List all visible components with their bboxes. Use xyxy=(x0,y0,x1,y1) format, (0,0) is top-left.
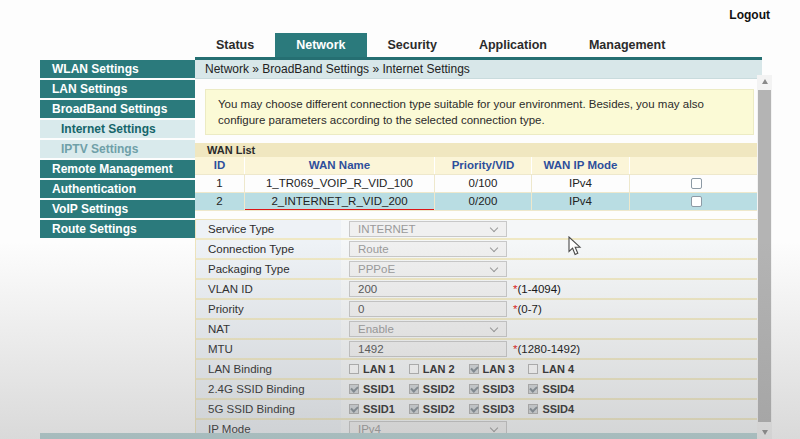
col-header-id: ID xyxy=(195,157,245,174)
wan-list-section: WAN List ID WAN Name Priority/VID WAN IP… xyxy=(195,143,762,211)
form-row-packaging-type: Packaging Type PPPoE xyxy=(196,260,761,280)
col-header-priority-vid: Priority/VID xyxy=(435,157,532,174)
field-label: MTU xyxy=(196,340,341,358)
scrollbar-thumb[interactable] xyxy=(758,90,771,422)
cell-id: 1 xyxy=(195,175,245,192)
form-row-5g-ssid-binding: 5G SSID Binding SSID1 SSID2 SSID3 SSID4 xyxy=(196,400,761,420)
form-row-lan-binding: LAN Binding LAN 1 LAN 2 LAN 3 LAN 4 xyxy=(196,360,761,380)
field-label: 5G SSID Binding xyxy=(196,400,341,418)
chevron-down-icon xyxy=(490,423,498,431)
ssid3-5g-checkbox[interactable]: SSID3 xyxy=(469,403,515,415)
sidebar-item-remote-management[interactable]: Remote Management xyxy=(40,160,195,178)
wan-settings-form: Service Type INTERNET Connection Type Ro… xyxy=(195,219,762,439)
scroll-up-arrow[interactable] xyxy=(757,75,772,88)
nat-select[interactable]: Enable xyxy=(349,321,507,337)
form-row-service-type: Service Type INTERNET xyxy=(196,220,761,240)
main-content: Network » BroadBand Settings » Internet … xyxy=(195,60,762,439)
field-hint: *(1-4094) xyxy=(513,283,561,295)
field-hint: *(0-7) xyxy=(513,303,542,315)
cell-wan-name: 1_TR069_VOIP_R_VID_100 xyxy=(245,175,435,192)
form-row-24g-ssid-binding: 2.4G SSID Binding SSID1 SSID2 SSID3 SSID… xyxy=(196,380,761,400)
field-label: Priority xyxy=(196,300,341,318)
field-label: Connection Type xyxy=(196,240,341,258)
vertical-scrollbar[interactable] xyxy=(757,75,772,439)
sidebar: WLAN Settings LAN Settings BroadBand Set… xyxy=(40,60,195,240)
field-label: Packaging Type xyxy=(196,260,341,278)
sidebar-item-voip-settings[interactable]: VoIP Settings xyxy=(40,200,195,218)
chevron-down-icon xyxy=(490,223,498,231)
tab-security[interactable]: Security xyxy=(367,33,458,57)
sidebar-item-internet-settings[interactable]: Internet Settings xyxy=(40,120,195,138)
service-type-select[interactable]: INTERNET xyxy=(349,221,507,237)
field-hint: *(1280-1492) xyxy=(513,343,580,355)
triangle-up-icon xyxy=(762,79,768,84)
table-row[interactable]: 2 2_INTERNET_R_VID_200 0/200 IPv4 xyxy=(195,193,762,211)
col-header-select xyxy=(630,157,762,174)
bottom-edge-strip xyxy=(40,433,757,439)
packaging-type-select[interactable]: PPPoE xyxy=(349,261,507,277)
field-label: NAT xyxy=(196,320,341,338)
form-row-connection-type: Connection Type Route xyxy=(196,240,761,260)
cell-priority: 0/200 xyxy=(435,193,532,210)
ssid2-5g-checkbox[interactable]: SSID2 xyxy=(409,403,455,415)
form-row-mtu: MTU *(1280-1492) xyxy=(196,340,761,360)
tab-status[interactable]: Status xyxy=(195,33,275,57)
breadcrumb: Network » BroadBand Settings » Internet … xyxy=(195,60,762,79)
lan4-checkbox[interactable]: LAN 4 xyxy=(528,363,574,375)
field-label: 2.4G SSID Binding xyxy=(196,380,341,398)
col-header-wan-ip-mode: WAN IP Mode xyxy=(532,157,630,174)
ssid3-24g-checkbox[interactable]: SSID3 xyxy=(469,383,515,395)
sidebar-item-wlan-settings[interactable]: WLAN Settings xyxy=(40,60,195,78)
logout-link[interactable]: Logout xyxy=(729,8,770,22)
lan3-checkbox[interactable]: LAN 3 xyxy=(469,363,515,375)
form-row-priority: Priority *(0-7) xyxy=(196,300,761,320)
col-header-wan-name: WAN Name xyxy=(245,157,435,174)
notice-box: You may choose different connection type… xyxy=(205,89,754,135)
wan-table: ID WAN Name Priority/VID WAN IP Mode 1 1… xyxy=(195,157,762,211)
form-row-vlan-id: VLAN ID *(1-4094) xyxy=(196,280,761,300)
form-row-nat: NAT Enable xyxy=(196,320,761,340)
sidebar-item-authentication[interactable]: Authentication xyxy=(40,180,195,198)
vlan-id-input[interactable] xyxy=(349,281,507,297)
ssid1-24g-checkbox[interactable]: SSID1 xyxy=(349,383,395,395)
wan-table-header: ID WAN Name Priority/VID WAN IP Mode xyxy=(195,157,762,175)
sidebar-item-iptv-settings[interactable]: IPTV Settings xyxy=(40,140,195,158)
ssid1-5g-checkbox[interactable]: SSID1 xyxy=(349,403,395,415)
cell-ip-mode: IPv4 xyxy=(532,193,630,210)
cell-select xyxy=(630,175,762,192)
scroll-down-arrow[interactable] xyxy=(757,426,772,439)
priority-input[interactable] xyxy=(349,301,507,317)
sidebar-item-broadband-settings[interactable]: BroadBand Settings xyxy=(40,100,195,118)
top-nav: Status Network Security Application Mana… xyxy=(195,33,762,60)
tab-network[interactable]: Network xyxy=(275,33,366,57)
ssid4-5g-checkbox[interactable]: SSID4 xyxy=(528,403,574,415)
row-checkbox[interactable] xyxy=(691,178,702,189)
cell-select xyxy=(630,193,762,210)
tab-management[interactable]: Management xyxy=(568,33,686,57)
field-label: VLAN ID xyxy=(196,280,341,298)
cell-wan-name: 2_INTERNET_R_VID_200 xyxy=(245,193,435,210)
sidebar-item-route-settings[interactable]: Route Settings xyxy=(40,220,195,238)
cell-ip-mode: IPv4 xyxy=(532,175,630,192)
cell-priority: 0/100 xyxy=(435,175,532,192)
connection-type-select[interactable]: Route xyxy=(349,241,507,257)
field-label: Service Type xyxy=(196,220,341,238)
table-row[interactable]: 1 1_TR069_VOIP_R_VID_100 0/100 IPv4 xyxy=(195,175,762,193)
ssid2-24g-checkbox[interactable]: SSID2 xyxy=(409,383,455,395)
tab-application[interactable]: Application xyxy=(458,33,568,57)
chevron-down-icon xyxy=(490,243,498,251)
chevron-down-icon xyxy=(490,323,498,331)
ssid4-24g-checkbox[interactable]: SSID4 xyxy=(528,383,574,395)
cell-id: 2 xyxy=(195,193,245,210)
field-label: LAN Binding xyxy=(196,360,341,378)
chevron-down-icon xyxy=(490,263,498,271)
lan2-checkbox[interactable]: LAN 2 xyxy=(409,363,455,375)
lan1-checkbox[interactable]: LAN 1 xyxy=(349,363,395,375)
sidebar-item-lan-settings[interactable]: LAN Settings xyxy=(40,80,195,98)
row-checkbox[interactable] xyxy=(691,196,702,207)
wan-list-title: WAN List xyxy=(195,143,762,157)
mtu-input[interactable] xyxy=(349,341,507,357)
triangle-down-icon xyxy=(762,430,768,435)
